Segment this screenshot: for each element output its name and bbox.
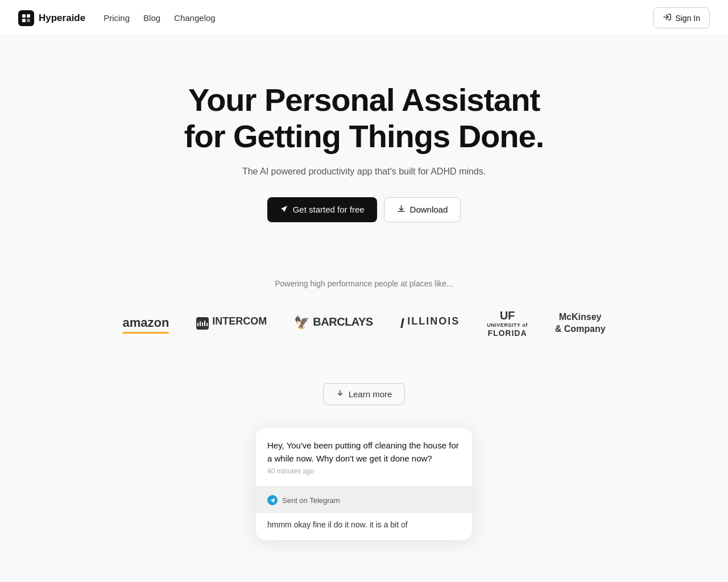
chat-message-bubble: Hey, You've been putting off cleaning th… [256,428,472,487]
uf-logo-text: UF UNIVERSITY of FLORIDA [487,309,527,338]
download-button[interactable]: Download [384,197,461,222]
amazon-logo-text: amazon [122,315,169,331]
partner-mckinsey: McKinsey & Company [555,311,606,335]
brand-logo-icon [18,10,34,26]
chat-footer: Sent on Telegram [256,487,472,513]
barclays-logo-text: BARCLAYS [313,315,373,331]
barclays-eagle-icon: 🦅 [294,315,309,331]
chat-preview-section: Hey, You've been putting off cleaning th… [0,417,728,563]
svg-rect-2 [22,19,26,22]
get-started-button[interactable]: Get started for free [267,197,377,222]
svg-rect-1 [27,14,30,18]
navbar: Hyperaide Pricing Blog Changelog Sign In [0,0,728,36]
partner-illinois: I ILLINOIS [400,315,460,331]
chat-card: Hey, You've been putting off cleaning th… [256,428,472,540]
send-icon [280,205,288,215]
learn-more-button[interactable]: Learn more [323,383,406,405]
hero-buttons: Get started for free Download [267,197,461,222]
partner-intercom: INTERCOM [196,315,267,331]
illinois-i-icon: I [400,315,406,331]
download-icon [397,205,406,215]
arrow-down-icon [336,389,344,399]
nav-left: Hyperaide Pricing Blog Changelog [18,10,216,26]
partners-logos: amazon INTERCOM 🦅 BARCLAYS I ILLIN [122,309,605,338]
svg-rect-3 [27,19,30,22]
chat-timestamp: 40 minutes ago [267,467,461,475]
partner-amazon: amazon [122,315,169,331]
get-started-label: Get started for free [293,205,365,214]
partners-section: Powering high performance people at plac… [0,245,728,361]
bar4 [204,321,205,326]
signin-label: Sign In [675,14,700,23]
chat-reply-text: hmmm okay fine il do it now. it is a bit… [256,513,472,540]
mckinsey-logo-text: McKinsey & Company [555,311,606,335]
illinois-logo-text: ILLINOIS [407,315,460,331]
intercom-icon [196,317,209,330]
nav-links: Pricing Blog Changelog [104,13,215,23]
partner-barclays: 🦅 BARCLAYS [294,315,373,331]
sent-via-label: Sent on Telegram [282,496,340,505]
hero-title: Your Personal Assistant for Getting Thin… [184,82,544,155]
telegram-icon [267,495,278,505]
bar2 [200,321,201,326]
hero-section: Your Personal Assistant for Getting Thin… [0,36,728,245]
partner-uf: UF UNIVERSITY of FLORIDA [487,309,527,338]
bar3 [202,322,203,326]
svg-rect-0 [22,14,26,18]
learn-more-section: Learn more [0,360,728,417]
hero-subtitle: The AI powered productivity app that's b… [242,167,486,177]
bar1 [197,323,198,326]
signin-icon [663,13,672,23]
intercom-bars [197,321,208,326]
learn-more-label: Learn more [349,389,392,399]
download-label: Download [410,205,448,214]
brand-name: Hyperaide [39,13,85,24]
chat-message-text: Hey, You've been putting off cleaning th… [267,439,461,465]
nav-link-changelog[interactable]: Changelog [174,13,216,23]
nav-link-pricing[interactable]: Pricing [104,13,130,23]
brand-logo-link[interactable]: Hyperaide [18,10,85,26]
bar5 [206,323,208,326]
nav-link-blog[interactable]: Blog [143,13,160,23]
partners-label: Powering high performance people at plac… [275,279,453,288]
intercom-logo-text: INTERCOM [212,315,267,331]
signin-button[interactable]: Sign In [653,7,710,28]
